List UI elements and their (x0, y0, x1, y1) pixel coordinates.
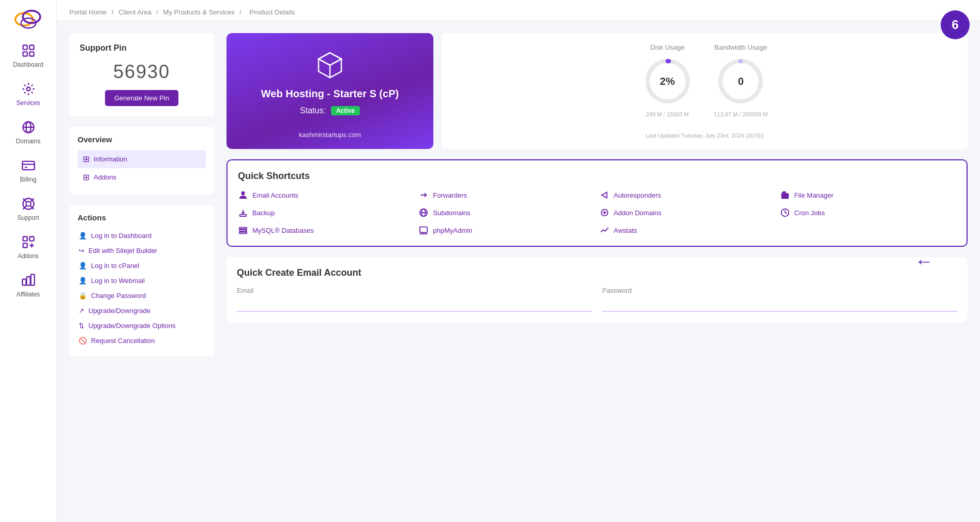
product-domain: kashmirstartups.com (299, 131, 361, 139)
action-change-password[interactable]: 🔒 Change Password (78, 288, 206, 303)
autoresponders-icon (599, 190, 610, 200)
overview-item-information[interactable]: ⊞ Information (78, 150, 206, 168)
usage-row: Disk Usage 2% 248 M / 15000 M (457, 43, 952, 117)
overview-card: Overview ⊞ Information ⊞ Addons (69, 127, 214, 195)
svg-rect-27 (31, 274, 34, 285)
shortcut-addon-domains[interactable]: Addon Domains (599, 207, 776, 218)
brand-logo[interactable] (13, 5, 44, 31)
box-icon (314, 49, 345, 80)
top-cards-row: Web Hosting - Starter S (cP) Status: Act… (227, 33, 968, 149)
disk-usage-sub: 248 M / 15000 M (646, 111, 689, 117)
action-upgrade-downgrade[interactable]: ↗ Upgrade/Downgrade (78, 303, 206, 318)
shortcuts-grid: Email Accounts Forwarders (238, 190, 956, 235)
product-status-label: Status: (300, 106, 326, 115)
svg-rect-26 (26, 277, 30, 285)
svg-marker-29 (319, 53, 341, 65)
sidebar-item-addons[interactable]: Addons (0, 228, 56, 266)
svg-line-32 (330, 59, 341, 65)
shortcut-file-manager[interactable]: File Manager (780, 190, 956, 200)
mysql-icon (238, 225, 248, 235)
usage-last-updated: Last Updated Tuesday, July 23rd, 2024 (2… (457, 132, 952, 139)
sidebar-item-dashboard[interactable]: Dashboard (0, 36, 56, 74)
dashboard-icon (20, 42, 37, 59)
action-edit-sitejet[interactable]: ↪ Edit with Sitejet Builder (78, 243, 206, 258)
services-icon (20, 81, 37, 97)
sidebar-item-affiliates[interactable]: Affiliates (0, 266, 56, 304)
action-login-dashboard[interactable]: 👤 Log in to Dashboard (78, 228, 206, 243)
affiliates-icon (20, 272, 37, 289)
action-login-cpanel[interactable]: 👤 Log in to cPanel (78, 258, 206, 273)
shortcut-backup[interactable]: Backup (238, 207, 414, 218)
action-upgrade-options[interactable]: ⇅ Upgrade/Downgrade Options (78, 318, 206, 333)
svg-rect-21 (29, 237, 34, 241)
password-field-label: Password (602, 287, 958, 294)
overview-item-addons[interactable]: ⊞ Addons (78, 168, 206, 186)
shortcut-phpmyadmin[interactable]: phpMyAdmin (418, 225, 595, 235)
svg-rect-48 (239, 230, 247, 231)
email-accounts-icon (238, 190, 248, 200)
file-manager-icon (780, 190, 790, 200)
shortcut-subdomains[interactable]: Subdomains (418, 207, 595, 218)
disk-usage-label: Disk Usage (650, 43, 684, 51)
svg-rect-50 (420, 227, 427, 233)
sidebar-item-billing[interactable]: Billing (0, 151, 56, 189)
actions-card: Actions 👤 Log in to Dashboard ↪ Edit wit… (69, 205, 214, 356)
email-input[interactable] (237, 296, 592, 312)
svg-line-31 (319, 59, 330, 65)
quick-shortcuts-card: Quick Shortcuts Email Accounts (227, 159, 968, 247)
email-field-group: Email (237, 287, 592, 312)
svg-rect-4 (29, 46, 34, 50)
awstats-icon (599, 225, 610, 235)
svg-rect-3 (23, 46, 27, 50)
action-request-cancellation[interactable]: 🚫 Request Cancellation (78, 333, 206, 348)
shortcut-cron-jobs[interactable]: Cron Jobs (780, 207, 956, 218)
sidebar-item-domains[interactable]: Domains (0, 113, 56, 151)
svg-rect-39 (240, 215, 247, 217)
bandwidth-usage-value: 0 (738, 76, 744, 87)
shortcut-forwarders[interactable]: Forwarders (418, 190, 595, 200)
bandwidth-usage-sub: 113.67 M / 200000 M (714, 111, 768, 117)
breadcrumb: Portal Home / Client Area / My Products … (57, 0, 980, 21)
svg-rect-25 (22, 279, 26, 286)
password-field-group: Password (602, 287, 958, 312)
addons-icon (20, 234, 37, 250)
quick-create-email-card: Quick Create Email Account Email Passwor… (227, 257, 968, 322)
disk-usage-donut: 2% (642, 55, 693, 107)
password-input[interactable] (602, 296, 958, 312)
email-form-row: Email Password (237, 287, 957, 312)
cron-jobs-icon (780, 207, 790, 218)
backup-icon (238, 207, 248, 218)
lock-icon: 🔒 (79, 292, 87, 300)
shortcut-email-accounts[interactable]: Email Accounts (238, 190, 414, 200)
action-login-webmail[interactable]: 👤 Log in to Webmail (78, 273, 206, 288)
svg-rect-5 (23, 52, 27, 56)
notification-badge[interactable]: 6 (941, 10, 970, 39)
sidebar-item-services[interactable]: Services (0, 74, 56, 113)
svg-rect-47 (239, 228, 247, 229)
shortcut-mysql[interactable]: MySQL® Databases (238, 225, 414, 235)
support-pin-value: 56930 (80, 61, 204, 83)
forwarders-icon (418, 190, 429, 200)
sidebar-label-affiliates: Affiliates (17, 291, 40, 298)
usage-card: Disk Usage 2% 248 M / 15000 M (442, 33, 968, 149)
breadcrumb-portal-home[interactable]: Portal Home (69, 8, 107, 16)
disk-usage-item: Disk Usage 2% 248 M / 15000 M (642, 43, 693, 117)
shortcut-awstats[interactable]: Awstats (599, 225, 776, 235)
page-body: Support Pin 56930 Generate New Pin Overv… (57, 21, 980, 369)
cancel-icon: 🚫 (79, 337, 87, 345)
addon-domains-icon (599, 207, 610, 218)
sidebar-item-support[interactable]: Support (0, 189, 56, 228)
breadcrumb-client-area[interactable]: Client Area (118, 8, 152, 16)
shortcut-autoresponders[interactable]: Autoresponders (599, 190, 776, 200)
svg-rect-20 (23, 237, 27, 241)
domains-icon (20, 119, 37, 136)
sidebar-label-support: Support (17, 214, 39, 221)
email-field-label: Email (237, 287, 592, 294)
svg-rect-11 (22, 161, 34, 170)
webmail-icon: 👤 (79, 277, 87, 285)
support-pin-title: Support Pin (80, 43, 204, 53)
generate-pin-button[interactable]: Generate New Pin (105, 90, 178, 106)
billing-icon (20, 157, 37, 174)
breadcrumb-my-products[interactable]: My Products & Services (163, 8, 235, 16)
support-pin-card: Support Pin 56930 Generate New Pin (69, 33, 214, 116)
